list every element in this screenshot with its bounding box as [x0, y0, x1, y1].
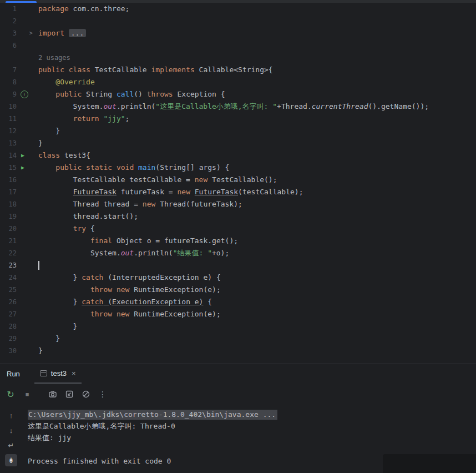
code-line[interactable]: 30}: [0, 345, 476, 357]
console-icon: [40, 370, 47, 376]
run-window-title: Run: [7, 370, 20, 378]
soft-wrap-icon[interactable]: ↵: [5, 439, 17, 451]
line-number[interactable]: 19: [0, 210, 17, 223]
line-number[interactable]: 12: [0, 125, 17, 137]
code-line[interactable]: 9↑ public String call() throws Exception…: [0, 88, 476, 100]
code-line[interactable]: 26 } catch (ExecutionException e) {: [0, 296, 476, 308]
overrides-method-icon[interactable]: ↑: [21, 90, 28, 98]
gutter: [17, 308, 34, 320]
code-line[interactable]: 18 Thread thread = new Thread(futureTask…: [0, 198, 476, 210]
close-tab-icon[interactable]: ×: [72, 369, 76, 378]
code-text: }: [34, 345, 43, 357]
line-number[interactable]: 11: [0, 113, 17, 125]
line-number[interactable]: 17: [0, 186, 17, 198]
line-number[interactable]: 30: [0, 345, 17, 357]
code-line[interactable]: 10 System.out.println("这里是Callable小弟哦,名字…: [0, 100, 476, 113]
print-icon[interactable]: ▤: [5, 469, 17, 473]
code-editor[interactable]: 1package com.cn.three;23>import ...62 us…: [0, 3, 476, 364]
line-number[interactable]: 6: [0, 39, 17, 52]
usages-hint[interactable]: 2 usages: [38, 54, 70, 62]
code-line[interactable]: 1package com.cn.three;: [0, 3, 476, 15]
code-text: class test3{: [34, 149, 90, 162]
gutter[interactable]: ▶: [17, 162, 34, 174]
line-number[interactable]: 27: [0, 308, 17, 320]
line-number[interactable]: 25: [0, 284, 17, 296]
thread-dump-icon[interactable]: [45, 388, 60, 401]
code-line[interactable]: 12 }: [0, 125, 476, 137]
code-text: throw new RuntimeException(e);: [34, 284, 221, 296]
scroll-to-end-icon[interactable]: ⇟: [5, 454, 17, 466]
line-number[interactable]: 2: [0, 15, 17, 27]
rerun-icon[interactable]: ↻: [3, 388, 18, 401]
run-gutter-icon[interactable]: ▶: [21, 162, 24, 174]
gutter: [17, 320, 34, 333]
code-line[interactable]: 13}: [0, 137, 476, 149]
fold-arrow-icon[interactable]: >: [29, 27, 33, 39]
line-number[interactable]: 1: [0, 3, 17, 15]
line-number[interactable]: 22: [0, 247, 17, 259]
code-line[interactable]: 19 thread.start();: [0, 210, 476, 223]
line-number[interactable]: 21: [0, 235, 17, 247]
tab-test3[interactable]: test3 ×: [34, 364, 82, 384]
code-line[interactable]: 17 FutureTask futureTask = new FutureTas…: [0, 186, 476, 198]
line-number[interactable]: 26: [0, 296, 17, 308]
code-line[interactable]: 22 System.out.println("结果值: "+o);: [0, 247, 476, 259]
code-text: final Object o = futureTask.get();: [34, 235, 238, 247]
gutter[interactable]: ▶: [17, 149, 34, 162]
code-line[interactable]: 2: [0, 15, 476, 27]
code-line[interactable]: 25 throw new RuntimeException(e);: [0, 284, 476, 296]
gutter[interactable]: >: [17, 27, 34, 39]
code-line[interactable]: 6: [0, 39, 476, 52]
clear-console-icon[interactable]: [79, 388, 93, 401]
code-line[interactable]: 20 try {: [0, 223, 476, 235]
line-number[interactable]: 15: [0, 162, 17, 174]
code-line[interactable]: 14▶class test3{: [0, 149, 476, 162]
line-number[interactable]: 29: [0, 333, 17, 345]
line-number[interactable]: 28: [0, 320, 17, 333]
code-text: try {: [34, 223, 95, 235]
line-number[interactable]: 23: [0, 259, 17, 271]
line-number[interactable]: 7: [0, 64, 17, 76]
line-number[interactable]: 10: [0, 100, 17, 113]
code-text: public static void main(String[] args) {: [34, 162, 229, 174]
stop-icon[interactable]: ■: [20, 388, 34, 401]
gutter[interactable]: ↑: [17, 88, 34, 100]
dump-to-file-icon[interactable]: [62, 388, 77, 401]
line-number[interactable]: 18: [0, 198, 17, 210]
code-text: System.out.println("这里是Callable小弟哦,名字叫: …: [34, 100, 429, 113]
next-occurrence-icon[interactable]: ↓: [5, 424, 17, 436]
gutter: [17, 271, 34, 284]
line-number[interactable]: 9: [0, 88, 17, 100]
more-options-icon[interactable]: ⋮: [95, 388, 110, 401]
inlay-hint-row[interactable]: 2 usages: [0, 52, 476, 64]
line-number[interactable]: 16: [0, 174, 17, 186]
line-number[interactable]: 14: [0, 149, 17, 162]
run-gutter-icon[interactable]: ▶: [21, 149, 24, 162]
line-number[interactable]: 24: [0, 271, 17, 284]
screen-overlay: [383, 454, 476, 473]
code-text: public String call() throws Exception {: [34, 88, 225, 100]
line-number[interactable]: 3: [0, 27, 17, 39]
code-line[interactable]: 16 TestCallable testCallable = new TestC…: [0, 174, 476, 186]
code-line[interactable]: 3>import ...: [0, 27, 476, 39]
code-line[interactable]: 11 return "jjy";: [0, 113, 476, 125]
code-line[interactable]: 7public class TestCallable implements Ca…: [0, 64, 476, 76]
prev-occurrence-icon[interactable]: ↑: [5, 409, 17, 421]
code-line[interactable]: 24 } catch (InterruptedException e) {: [0, 271, 476, 284]
line-number[interactable]: 8: [0, 76, 17, 88]
code-text: }: [34, 125, 60, 137]
run-toolbar: ↻■⋮: [0, 384, 476, 405]
code-line[interactable]: 27 throw new RuntimeException(e);: [0, 308, 476, 320]
code-line[interactable]: 28 }: [0, 320, 476, 333]
code-text: TestCallable testCallable = new TestCall…: [34, 174, 277, 186]
line-number[interactable]: 20: [0, 223, 17, 235]
code-line[interactable]: 23: [0, 259, 476, 271]
code-line[interactable]: 15▶ public static void main(String[] arg…: [0, 162, 476, 174]
line-number[interactable]: 13: [0, 137, 17, 149]
gutter: [17, 247, 34, 259]
code-line[interactable]: 21 final Object o = futureTask.get();: [0, 235, 476, 247]
code-line[interactable]: 8 @Override: [0, 76, 476, 88]
line-number[interactable]: [0, 52, 17, 64]
code-text: }: [34, 137, 43, 149]
code-line[interactable]: 29 }: [0, 333, 476, 345]
